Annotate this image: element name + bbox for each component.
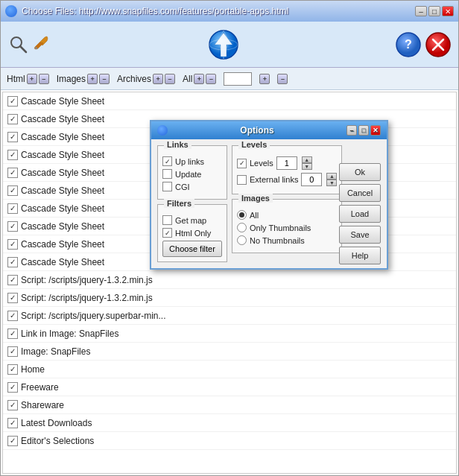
filter-input[interactable] [224,72,252,86]
filter-all-minus[interactable]: – [206,74,216,84]
list-item-label: Cascade Style Sheet [21,96,104,107]
toolbar: ? [1,22,458,68]
up-links-label: Up links [175,157,204,166]
no-thumbnails-label: No Thumbnails [250,236,305,245]
list-item-checkbox[interactable] [7,114,18,124]
list-item-label: Cascade Style Sheet [21,257,104,267]
dialog-minimize-button[interactable]: – [346,125,357,136]
list-item: Cascade Style Sheet [3,92,456,110]
filter-archives-minus[interactable]: – [165,74,175,84]
external-links-checkbox[interactable] [237,175,247,185]
minimize-button[interactable]: – [415,6,427,16]
images-group: Images All Only Thumbnails [232,199,342,253]
get-map-checkbox[interactable] [162,215,172,225]
list-item-checkbox[interactable] [7,96,18,107]
images-all-radio[interactable] [237,210,247,220]
only-thumbnails-label: Only Thumbnails [250,223,311,232]
list-item-checkbox[interactable] [7,311,18,321]
list-item: Image: SnapFiles [3,343,456,361]
get-map-label: Get map [175,216,206,225]
list-item-checkbox[interactable] [7,275,18,285]
dialog-right-groups: Levels Levels ▲ ▼ [232,145,342,262]
list-item: Shareware [3,396,456,414]
filter-images-plus[interactable]: + [87,74,98,84]
levels-checkbox[interactable] [237,159,247,168]
list-item-checkbox[interactable] [7,418,18,428]
list-item-label: Shareware [21,400,64,410]
toolbar-right-icons: ? [396,32,451,57]
up-links-row: Up links [162,156,222,166]
filter-all: All + – [183,74,216,84]
list-item-checkbox[interactable] [7,257,18,267]
close-button[interactable]: ✕ [442,6,454,16]
filter-input-minus[interactable]: – [277,74,288,84]
levels-down-button[interactable]: ▼ [302,163,312,170]
filter-archives-plus[interactable]: + [153,74,163,84]
html-only-row: Html Only [162,228,222,238]
filter-images-minus[interactable]: – [99,74,110,84]
dialog-close-button[interactable]: ✕ [370,125,381,136]
levels-input[interactable] [276,156,297,170]
list-item-label: Cascade Style Sheet [21,203,104,214]
list-item-checkbox[interactable] [7,382,18,393]
dialog-icon [157,125,168,136]
list-item-checkbox[interactable] [7,150,18,160]
cancel-button[interactable]: Cancel [339,184,381,202]
no-thumbnails-radio[interactable] [237,235,247,245]
list-item-label: Script: /scripts/jquery-1.3.2.min.js [21,293,153,303]
list-item-checkbox[interactable] [7,203,18,214]
dialog-maximize-button[interactable]: □ [358,125,369,136]
filter-input-plus[interactable]: + [259,74,270,84]
external-links-down-button[interactable]: ▼ [326,180,337,186]
html-only-checkbox[interactable] [162,228,172,238]
list-item-checkbox[interactable] [7,436,18,446]
dialog-content: Links Up links Update CGI [151,139,387,268]
list-item-checkbox[interactable] [7,329,18,339]
help-button[interactable]: Help [339,247,381,264]
list-item: Home [3,361,456,378]
up-links-checkbox[interactable] [162,156,172,166]
toolbar-close-button[interactable] [425,32,451,57]
options-dialog[interactable]: Options – □ ✕ Links [150,120,388,270]
ok-button[interactable]: Ok [339,163,381,181]
list-item-checkbox[interactable] [7,168,18,178]
list-item-checkbox[interactable] [7,239,18,250]
list-item-label: Latest Downloads [21,418,92,428]
help-button[interactable]: ? [396,32,421,57]
filter-archives-label: Archives [117,74,151,84]
filter-html-minus[interactable]: – [39,74,49,84]
cgi-checkbox[interactable] [162,182,172,191]
list-item-label: Script: /scripts/jquery.superbar-min... [21,311,166,321]
only-thumbnails-radio[interactable] [237,223,247,232]
content-area: Cascade Style SheetCascade Style SheetCa… [1,90,458,475]
images-all-row: All [237,210,337,220]
load-button[interactable]: Load [339,205,381,223]
list-item-checkbox[interactable] [7,346,18,357]
list-item: Script: /scripts/jquery.superbar-min... [3,307,456,325]
list-item-label: Home [21,364,45,375]
search-icon[interactable] [8,34,29,55]
choose-filter-button[interactable]: Choose filter [162,241,222,257]
save-button[interactable]: Save [339,226,381,244]
list-item: Script: /scripts/jquery-1.3.2.min.js [3,289,456,307]
dialog-title-bar: Options – □ ✕ [151,121,387,139]
filter-all-plus[interactable]: + [194,74,204,84]
list-item-checkbox[interactable] [7,364,18,375]
list-item-checkbox[interactable] [7,221,18,232]
list-item-checkbox[interactable] [7,185,18,196]
external-links-label: External links [250,175,298,184]
levels-up-button[interactable]: ▲ [302,156,312,163]
list-item-label: Cascade Style Sheet [21,185,104,196]
external-links-row: External links ▲ ▼ [237,173,337,186]
update-checkbox[interactable] [162,169,172,179]
levels-group: Levels Levels ▲ ▼ [232,145,342,194]
maximize-button[interactable]: □ [428,6,440,16]
filter-html-plus[interactable]: + [27,74,37,84]
list-item-checkbox[interactable] [7,132,18,142]
list-item-checkbox[interactable] [7,400,18,410]
navigate-icon[interactable] [208,29,239,60]
external-links-input[interactable] [301,173,322,186]
list-item-checkbox[interactable] [7,293,18,303]
external-links-up-button[interactable]: ▲ [326,173,337,180]
settings-icon[interactable] [32,34,51,55]
